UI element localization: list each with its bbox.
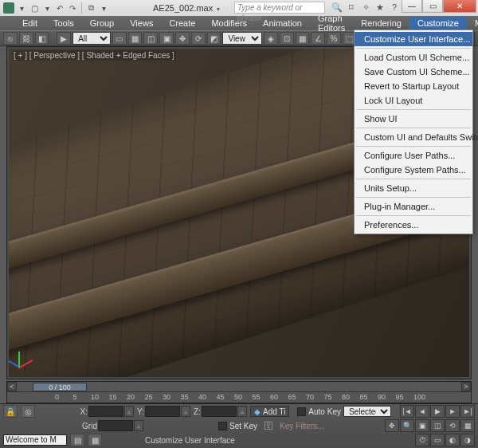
menu-item-show-ui[interactable]: Show UI: [355, 112, 472, 126]
zoom-icon[interactable]: 🔍: [400, 419, 414, 432]
window-cross-icon[interactable]: ▣: [159, 32, 174, 45]
y-spinner[interactable]: ▵: [181, 406, 190, 417]
menu-rendering[interactable]: Rendering: [353, 17, 409, 29]
search-input[interactable]: Type a keyword or phrase: [234, 2, 325, 14]
menu-item-preferences[interactable]: Preferences...: [355, 218, 472, 232]
comm-icon[interactable]: ✧: [360, 2, 371, 13]
bigkey-icon[interactable]: ⚿: [260, 420, 277, 431]
qa-undo-icon[interactable]: ↶: [54, 2, 65, 14]
select-name-icon[interactable]: ▦: [128, 32, 143, 45]
zoom-ext-icon[interactable]: ▣: [415, 419, 429, 432]
time-slider[interactable]: 0 / 100: [33, 383, 87, 391]
orbit-icon[interactable]: ⟲: [445, 419, 460, 432]
menu-item-lock-ui-layout[interactable]: Lock UI Layout: [355, 93, 472, 108]
play-icon[interactable]: ▶: [430, 405, 445, 418]
maximize-button[interactable]: ▭: [422, 0, 443, 13]
time-config-icon[interactable]: ⏱: [415, 434, 429, 446]
select-filter-icon[interactable]: ▶: [57, 32, 71, 45]
qa-dd-icon[interactable]: ▾: [98, 2, 109, 14]
menu-item-configure-system-paths[interactable]: Configure System Paths...: [355, 163, 472, 177]
snap-icon[interactable]: ▦: [296, 32, 310, 45]
menu-maxscript[interactable]: MAXScript: [467, 17, 478, 29]
menu-item-load-custom-ui-scheme[interactable]: Load Custom UI Scheme...: [355, 50, 472, 65]
menu-item-save-custom-ui-scheme[interactable]: Save Custom UI Scheme...: [355, 65, 472, 79]
menu-group[interactable]: Group: [82, 17, 123, 29]
x-field[interactable]: [88, 406, 123, 417]
menu-animation[interactable]: Animation: [255, 17, 310, 29]
z-spinner[interactable]: ▵: [237, 406, 247, 417]
qa-save-icon[interactable]: ▾: [41, 2, 53, 14]
goto-start-icon[interactable]: |◄: [400, 405, 414, 418]
next-frame-icon[interactable]: ►: [445, 405, 460, 418]
qa-redo-icon[interactable]: ↷: [67, 2, 78, 14]
percent-snap-icon[interactable]: %: [327, 32, 341, 45]
menu-edit[interactable]: Edit: [14, 17, 45, 29]
min-max-icon[interactable]: ▭: [430, 434, 445, 446]
menu-tools[interactable]: Tools: [45, 17, 82, 29]
prev-frame-icon[interactable]: ◄: [415, 405, 429, 418]
select-icon[interactable]: ▭: [112, 32, 127, 45]
minimize-button[interactable]: —: [402, 0, 422, 13]
binoculars-icon[interactable]: 🔍: [331, 2, 343, 13]
unlink-icon[interactable]: ⛓: [19, 32, 33, 45]
menu-views[interactable]: Views: [122, 17, 161, 29]
menu-separator: [356, 109, 471, 110]
rotate-icon[interactable]: ⟳: [191, 32, 206, 45]
menu-item-plug-in-manager[interactable]: Plug-in Manager...: [355, 199, 472, 214]
help-icon[interactable]: ?: [389, 2, 400, 13]
y-field[interactable]: [145, 406, 180, 417]
goto-end-icon[interactable]: ►|: [460, 405, 475, 418]
menu-create[interactable]: Create: [161, 17, 203, 29]
nav3-icon[interactable]: ◑: [460, 434, 475, 446]
macro-icon[interactable]: ▦: [88, 434, 102, 446]
grid-field[interactable]: [98, 420, 133, 431]
time-ruler[interactable]: 0510152025303540455055606570758085909510…: [7, 391, 471, 403]
iso-sel-icon[interactable]: ◎: [21, 405, 35, 418]
menu-item-customize-user-interface[interactable]: Customize User Interface...: [355, 32, 472, 46]
lock-sel-icon[interactable]: 🔒: [3, 405, 18, 418]
pan-icon[interactable]: ✥: [385, 419, 399, 432]
region-icon[interactable]: ◫: [143, 32, 158, 45]
bind-icon[interactable]: ◧: [35, 32, 49, 45]
angle-snap-icon[interactable]: ∠: [311, 32, 325, 45]
title-dropdown-icon[interactable]: ▾: [217, 6, 220, 13]
time-prev-icon[interactable]: <: [7, 382, 17, 391]
menu-item-custom-ui-and-defaults-switcher[interactable]: Custom UI and Defaults Switcher...: [355, 130, 472, 144]
favorite-icon[interactable]: ★: [374, 2, 386, 13]
grid-spinner[interactable]: ▵: [134, 420, 143, 431]
keymode-select[interactable]: Selected: [343, 406, 391, 417]
qa-new-icon[interactable]: ▾: [16, 2, 27, 14]
qa-more-icon[interactable]: ⧉: [85, 2, 96, 14]
menu-separator: [356, 179, 471, 179]
key-icon[interactable]: ⌑: [346, 2, 357, 13]
move-icon[interactable]: ✥: [175, 32, 190, 45]
fov-icon[interactable]: ◫: [430, 419, 445, 432]
nav2-icon[interactable]: ◐: [445, 434, 460, 446]
menu-item-units-setup[interactable]: Units Setup...: [355, 181, 472, 195]
keyfilters-link[interactable]: Key Filters...: [280, 422, 324, 430]
manip-icon[interactable]: ⊡: [280, 32, 294, 45]
menu-item-revert-to-startup-layout[interactable]: Revert to Startup Layout: [355, 79, 472, 93]
z-field[interactable]: [202, 406, 237, 417]
viewport-label[interactable]: [ + ] [ Perspective ] [ Shaded + Edged F…: [12, 50, 176, 61]
title-text: AE25_002.max: [153, 3, 213, 13]
add-time-tag[interactable]: ◆Add Ti: [250, 406, 289, 417]
prompt-icon[interactable]: ▤: [70, 434, 84, 446]
qa-open-icon[interactable]: ▢: [29, 2, 40, 14]
pivot-icon[interactable]: ◈: [264, 32, 278, 45]
time-next-icon[interactable]: >: [461, 382, 471, 391]
scale-icon[interactable]: ◩: [207, 32, 221, 45]
link-icon[interactable]: ⎋: [3, 32, 18, 45]
menu-item-configure-user-paths[interactable]: Configure User Paths...: [355, 148, 472, 163]
script-listener[interactable]: Welcome to M: [3, 434, 67, 446]
autokey-toggle[interactable]: [297, 407, 306, 416]
selection-filter[interactable]: All: [72, 32, 111, 45]
setkey-toggle[interactable]: [218, 422, 227, 430]
ref-coord[interactable]: View: [222, 32, 262, 45]
status-text: Customize User Interface: [145, 436, 235, 445]
x-spinner[interactable]: ▵: [124, 406, 134, 417]
close-button[interactable]: ✕: [443, 0, 476, 13]
menu-customize[interactable]: Customize: [409, 17, 467, 29]
maximize-vp-icon[interactable]: ▦: [460, 419, 475, 432]
menu-separator: [356, 48, 471, 49]
